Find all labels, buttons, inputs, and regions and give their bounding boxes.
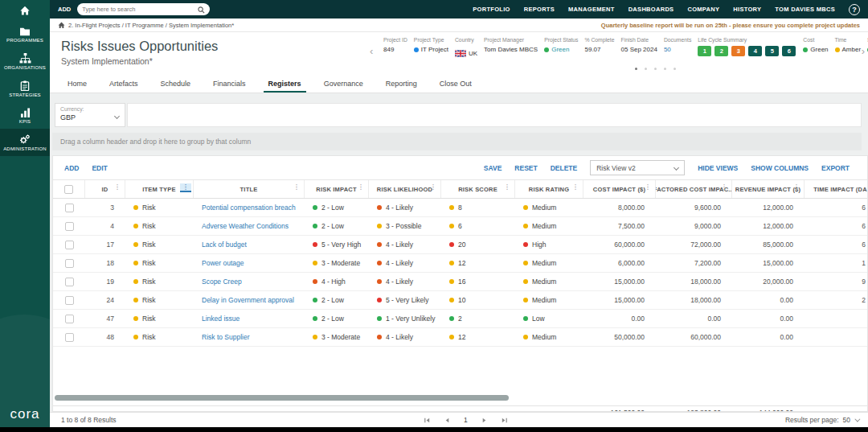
select-all-checkbox[interactable] [64, 185, 73, 194]
last-page-icon[interactable] [501, 417, 508, 424]
column-header-risk-score[interactable]: RISK SCORE⋮ [441, 180, 515, 198]
column-header-time-impact-da[interactable]: TIME IMPACT (DA⋮ [805, 180, 867, 198]
column-menu-icon[interactable]: ⋮ [719, 183, 730, 191]
add-button[interactable]: ADD [64, 164, 79, 172]
column-header-revenue-impact[interactable]: REVENUE IMPACT ($)⋮ [732, 180, 805, 198]
carousel-dot[interactable] [635, 68, 637, 70]
lifecycle-stage[interactable]: 6 [782, 46, 796, 56]
sidebar-item-organisations[interactable]: ORGANISATIONS [0, 47, 50, 75]
tab-close-out[interactable]: Close Out [428, 74, 483, 93]
tab-reporting[interactable]: Reporting [375, 74, 428, 93]
carousel-dot[interactable] [654, 68, 657, 70]
carousel-dot[interactable] [645, 68, 647, 70]
lifecycle-stage[interactable]: 3 [731, 46, 745, 56]
lifecycle-stage[interactable]: 5 [765, 46, 779, 56]
row-checkbox[interactable] [65, 333, 74, 342]
horizontal-scrollbar[interactable] [55, 395, 509, 401]
row-checkbox[interactable] [65, 259, 74, 268]
tab-schedule[interactable]: Schedule [149, 74, 203, 93]
row-checkbox[interactable] [65, 204, 74, 212]
column-header-item-type[interactable]: ITEM TYPE⋮ [125, 180, 194, 198]
sidebar-item-programmes[interactable]: PROGRAMMES [0, 21, 50, 47]
sidebar-item-kpis[interactable]: KPIS [0, 102, 50, 129]
next-page-icon[interactable] [481, 417, 488, 424]
hide-views-button[interactable]: HIDE VIEWS [698, 164, 738, 172]
carousel-dot[interactable] [674, 68, 676, 70]
table-row[interactable]: 24RiskDelay in Government approval2 - Lo… [53, 291, 867, 310]
table-row[interactable]: 47RiskLinked issue2 - Low1 - Very Unlike… [53, 310, 867, 328]
tab-artefacts[interactable]: Artefacts [98, 74, 149, 93]
nav-history[interactable]: HISTORY [733, 6, 761, 13]
search-bar[interactable] [77, 3, 210, 15]
column-menu-icon[interactable]: ⋮ [112, 183, 123, 191]
edit-button[interactable]: EDIT [92, 164, 107, 172]
column-header-factored-cost-impac[interactable]: FACTORED COST IMPAC...⋮ [656, 180, 732, 198]
sidebar-item-home[interactable] [0, 0, 50, 21]
current-page[interactable]: 1 [464, 416, 468, 424]
column-menu-icon[interactable]: ⋮ [180, 183, 191, 192]
column-header-id[interactable]: ID⋮ [85, 180, 125, 198]
table-row[interactable]: 3RiskPotential compensation breach2 - Lo… [53, 199, 867, 217]
title-link[interactable]: Risk to Supplier [194, 333, 305, 341]
title-link[interactable]: Potential compensation breach [194, 204, 305, 212]
reset-button[interactable]: RESET [514, 164, 537, 172]
help-icon[interactable]: ? [849, 4, 860, 15]
table-row[interactable]: 4RiskAdverse Weather Conditions2 - Low3 … [53, 217, 867, 236]
row-checkbox[interactable] [65, 315, 74, 323]
nav-management[interactable]: MANAGEMENT [568, 6, 615, 13]
delete-button[interactable]: DELETE [551, 164, 578, 172]
column-header-title[interactable]: TITLE⋮ [194, 180, 305, 198]
column-menu-icon[interactable]: ⋮ [502, 183, 513, 191]
title-link[interactable]: Delay in Government approval [194, 296, 305, 304]
group-by-dropzone[interactable]: Drag a column header and drop it here to… [52, 133, 862, 150]
column-menu-icon[interactable]: ⋮ [570, 183, 581, 191]
title-link[interactable]: Lack of budget [194, 241, 305, 249]
column-menu-icon[interactable]: ⋮ [863, 183, 867, 191]
tab-governance[interactable]: Governance [313, 74, 375, 93]
home-icon[interactable] [58, 18, 65, 32]
row-checkbox[interactable] [65, 296, 74, 305]
nav-company[interactable]: COMPANY [687, 6, 719, 13]
first-page-icon[interactable] [424, 417, 431, 424]
tab-home[interactable]: Home [56, 74, 98, 93]
nav-reports[interactable]: REPORTS [524, 6, 555, 13]
field-text[interactable]: 50 [664, 46, 671, 53]
column-header-risk-impact[interactable]: RISK IMPACT⋮ [305, 180, 369, 198]
show-columns-button[interactable]: SHOW COLUMNS [751, 164, 809, 172]
search-icon[interactable] [198, 2, 205, 17]
row-checkbox[interactable] [65, 278, 74, 286]
column-menu-icon[interactable]: ⋮ [642, 183, 653, 191]
title-link[interactable]: Scope Creep [194, 278, 305, 286]
table-row[interactable]: 17RiskLack of budget5 - Very High4 - Lik… [53, 236, 867, 254]
row-checkbox[interactable] [65, 222, 74, 231]
column-header-cost-impact[interactable]: COST IMPACT ($)⋮ [583, 180, 656, 198]
lifecycle-stage[interactable]: 4 [748, 46, 762, 56]
save-button[interactable]: SAVE [484, 164, 502, 172]
tab-registers[interactable]: Registers [257, 74, 313, 93]
nav-user-menu[interactable]: TOM DAVIES MBCS [775, 6, 835, 13]
title-link[interactable]: Power outage [194, 259, 305, 267]
row-checkbox[interactable] [65, 241, 74, 249]
table-row[interactable]: 19RiskScope Creep4 - High4 - Likely16Med… [53, 273, 867, 291]
breadcrumb[interactable]: 2. In-Flight Projects / IT Programme / S… [68, 22, 234, 29]
lifecycle-stage[interactable]: 1 [698, 46, 711, 56]
column-menu-icon[interactable]: ⋮ [428, 183, 439, 191]
column-menu-icon[interactable]: ⋮ [291, 183, 302, 191]
nav-dashboards[interactable]: DASHBOARDS [628, 6, 674, 13]
lifecycle-stage[interactable]: 2 [714, 46, 728, 56]
column-header-risk-rating[interactable]: RISK RATING⋮ [515, 180, 583, 198]
currency-select[interactable]: Currency: GBP [55, 103, 125, 127]
tab-financials[interactable]: Financials [202, 74, 257, 93]
export-button[interactable]: EXPORT [821, 164, 850, 172]
column-header-risk-likelihood[interactable]: RISK LIKELIHOOD⋮ [369, 180, 441, 198]
view-select[interactable]: Risk View v2 [590, 160, 685, 175]
table-row[interactable]: 48RiskRisk to Supplier3 - Moderate4 - Li… [53, 328, 867, 347]
table-row[interactable]: 18RiskPower outage3 - Moderate4 - Likely… [53, 254, 867, 273]
sidebar-item-strategies[interactable]: STRATEGIES [0, 75, 50, 102]
results-per-page[interactable]: Results per page: 50 [785, 416, 858, 424]
column-menu-icon[interactable]: ⋮ [791, 183, 802, 191]
title-link[interactable]: Linked issue [194, 315, 305, 323]
sidebar-item-administration[interactable]: ADMINISTRATION [0, 129, 50, 156]
carousel-dot[interactable] [664, 68, 666, 70]
add-button[interactable]: ADD [58, 6, 71, 13]
